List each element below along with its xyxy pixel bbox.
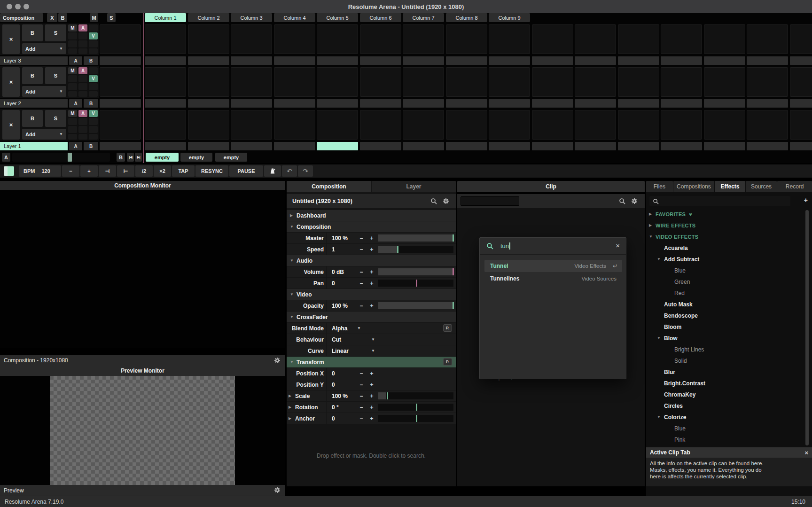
crossfader-target-cell[interactable]	[68, 48, 77, 54]
crossfader-slider[interactable]	[12, 153, 110, 162]
clip-slot[interactable]	[360, 110, 401, 140]
search-result-tunnelines[interactable]: Tunnelines Video Sources	[484, 273, 622, 285]
param-value[interactable]: 0	[332, 415, 356, 422]
column-header-6[interactable]: Column 6	[360, 13, 401, 22]
clip-slot[interactable]	[145, 24, 186, 54]
clip-slot[interactable]	[747, 24, 788, 54]
clip-lane[interactable]	[618, 142, 659, 150]
crossfader-clip-1[interactable]: empty	[146, 153, 179, 162]
increment-button[interactable]: +	[367, 393, 377, 399]
clip-lane[interactable]	[575, 56, 616, 65]
crossfader-target-cell[interactable]	[78, 48, 87, 54]
decrement-button[interactable]: −	[356, 393, 367, 399]
clip-lane[interactable]	[188, 99, 229, 108]
decrement-button[interactable]: −	[356, 269, 367, 275]
clip-lane[interactable]	[360, 142, 401, 150]
clip-name-field[interactable]	[461, 196, 519, 206]
layer-b-button[interactable]: B	[84, 99, 98, 108]
clip-slot[interactable]	[790, 67, 812, 97]
column-header-8[interactable]: Column 8	[446, 13, 487, 22]
clip-lane[interactable]	[317, 99, 358, 108]
section-dashboard[interactable]: ▶Dashboard	[287, 210, 456, 221]
layer-solo-button[interactable]: S	[45, 110, 66, 127]
clip-slot[interactable]	[661, 67, 702, 97]
clip-slot[interactable]	[489, 24, 530, 54]
dropdown-behaviour[interactable]: Cut▼	[332, 336, 377, 343]
undo-button[interactable]: ↶	[282, 165, 297, 177]
param-value[interactable]: 0 dB	[332, 269, 356, 275]
layer-v-cell[interactable]: V	[89, 110, 98, 117]
param-slider[interactable]	[378, 392, 453, 399]
clip-slot[interactable]	[274, 67, 315, 97]
column-header-2[interactable]: Column 2	[188, 13, 229, 22]
section-composition[interactable]: ▼Composition	[287, 221, 456, 232]
layer-master-cell[interactable]: M	[68, 67, 77, 74]
section-audio[interactable]: ▼Audio	[287, 255, 456, 266]
tab-files[interactable]: Files	[646, 181, 673, 192]
column-header-7[interactable]: Column 7	[403, 13, 444, 22]
clip-slot[interactable]	[489, 67, 530, 97]
tab-sources[interactable]: Sources	[746, 181, 777, 192]
clip-slot[interactable]	[317, 110, 358, 140]
crossfader-clip-2[interactable]: empty	[180, 153, 212, 162]
decrement-button[interactable]: −	[356, 235, 367, 242]
crossfader-target-cell[interactable]	[78, 134, 87, 140]
clip-lane[interactable]	[188, 56, 229, 65]
effect-item-solid[interactable]: Solid	[646, 355, 802, 366]
param-value[interactable]: 0	[332, 280, 356, 287]
clip-lane[interactable]	[747, 99, 788, 108]
search-query-input[interactable]: tun	[500, 242, 510, 250]
dropdown-curve[interactable]: Linear▼	[332, 348, 377, 354]
crossfader-target-cell[interactable]	[78, 118, 87, 125]
layer-add-dropdown[interactable]: Add▼	[22, 129, 66, 140]
clip-slot[interactable]	[575, 110, 616, 140]
param-value[interactable]: 1	[332, 246, 356, 253]
clip-lane[interactable]	[231, 56, 272, 65]
clip-lane[interactable]	[403, 99, 444, 108]
clip-slot[interactable]	[360, 24, 401, 54]
effect-item-bendoscope[interactable]: Bendoscope	[646, 310, 802, 321]
decrement-button[interactable]: −	[356, 246, 367, 253]
clip-lane[interactable]	[704, 99, 745, 108]
clip-lane[interactable]	[661, 142, 702, 150]
param-slider[interactable]	[378, 268, 453, 275]
increment-button[interactable]: +	[367, 415, 377, 422]
clip-slot[interactable]	[100, 24, 141, 54]
deck-bypass-button[interactable]: B	[58, 13, 67, 22]
clip-lane[interactable]	[446, 99, 487, 108]
clip-slot[interactable]	[618, 24, 659, 54]
tab-composition[interactable]: Composition	[287, 181, 371, 192]
clip-lane[interactable]	[704, 56, 745, 65]
effect-item-bright-lines[interactable]: Bright Lines	[646, 344, 802, 355]
clip-lane[interactable]	[532, 99, 573, 108]
crossfader-target-cell[interactable]	[89, 118, 98, 125]
bpm-double-button[interactable]: ×2	[154, 165, 171, 177]
add-button[interactable]: +	[804, 196, 808, 204]
clip-lane[interactable]	[575, 142, 616, 150]
clip-lane[interactable]	[100, 142, 141, 150]
clip-slot[interactable]	[188, 24, 229, 54]
clip-slot[interactable]	[188, 110, 229, 140]
effect-item-circles[interactable]: Circles	[646, 400, 802, 411]
bpm-nudge-down-button[interactable]: ⊣	[99, 165, 116, 177]
search-icon[interactable]	[619, 198, 625, 204]
crossfader-b-button[interactable]: B	[117, 153, 125, 162]
clip-lane[interactable]	[360, 56, 401, 65]
window-close-button[interactable]	[7, 4, 12, 9]
clip-slot[interactable]	[446, 67, 487, 97]
clip-slot[interactable]	[790, 24, 812, 54]
clip-slot[interactable]	[532, 67, 573, 97]
clip-slot[interactable]	[100, 110, 141, 140]
decrement-button[interactable]: −	[356, 382, 367, 388]
clip-slot[interactable]	[489, 110, 530, 140]
param-slider[interactable]	[378, 280, 453, 287]
effect-item-bright-contrast[interactable]: Bright.Contrast	[646, 378, 802, 389]
clip-slot[interactable]	[618, 110, 659, 140]
gear-icon[interactable]	[274, 487, 281, 493]
clip-lane[interactable]	[747, 56, 788, 65]
param-slider[interactable]	[378, 404, 453, 411]
clip-lane[interactable]	[231, 142, 272, 150]
tab-record[interactable]: Record	[777, 181, 812, 192]
clip-slot[interactable]	[231, 110, 272, 140]
crossfader-target-cell[interactable]	[78, 32, 87, 39]
